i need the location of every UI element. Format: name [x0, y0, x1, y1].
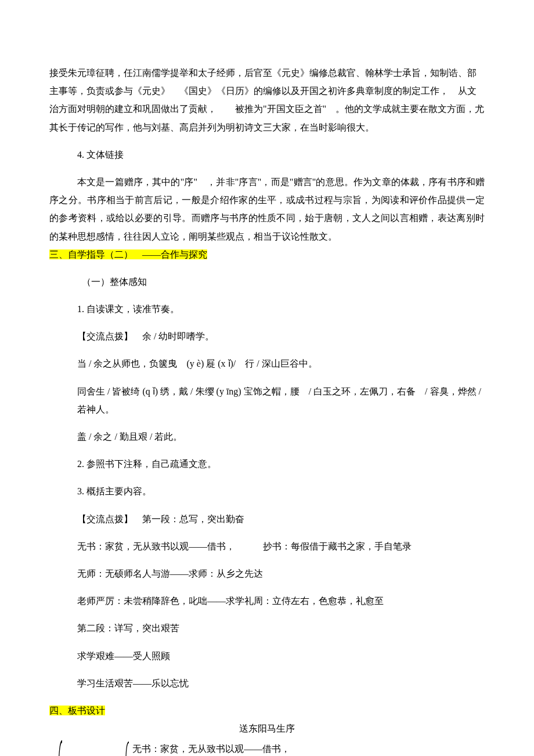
intro-paragraph: 接受朱元璋征聘，任江南儒学提举和太子经师，后官至《元史》编修总裁官、翰林学士承旨…	[49, 64, 485, 136]
group1-label: 总写：勤奋	[63, 740, 122, 756]
section-3-heading: 三、自学指导（二） ——合作与探究	[49, 245, 485, 263]
sec3-p3: 当 / 余之从师也，负箧曳 (y è) 屣 (x ǐ)/ 行 / 深山巨谷中。	[49, 355, 485, 372]
sec3-p14: 学习生活艰苦——乐以忘忧	[49, 674, 485, 692]
sec3-p4: 同舍生 / 皆被绮 (q ǐ) 绣，戴 / 朱缨 (y īng) 宝饰之帽，腰 …	[49, 382, 485, 418]
section-3-highlight: 三、自学指导（二） ——合作与探究	[49, 249, 207, 259]
board-line: 无书：家贫，无从致书以观——借书，	[132, 740, 485, 756]
brace-icon	[122, 740, 130, 756]
brace-icon	[54, 737, 63, 756]
section-4-heading: 四、板书设计	[49, 701, 485, 719]
sec3-p9: 无书：家贫，无从致书以观——借书， 抄书：每假借于藏书之家，手自笔录	[49, 537, 485, 555]
board-title: 送东阳马生序	[49, 719, 485, 737]
item-4-paragraph: 本文是一篇赠序，其中的"序" ，并非"序言"，而是"赠言"的意思。作为文章的体裁…	[49, 173, 485, 245]
board-group-1: 总写：勤奋 无书：家贫，无从致书以观——借书， 抄书：每假借于藏书之家，手自笔录…	[63, 740, 485, 756]
sec3-p1: 1. 自读课文，读准节奏。	[49, 300, 485, 318]
sec3-p2: 【交流点拨】 余 / 幼时即嗜学。	[49, 327, 485, 345]
sec3-p5: 盖 / 余之 / 勤且艰 / 若此。	[49, 428, 485, 446]
sec3-p7: 3. 概括主要内容。	[49, 482, 485, 500]
sec3-p6: 2. 参照书下注释，自己疏通文意。	[49, 455, 485, 473]
section-4-highlight: 四、板书设计	[49, 706, 105, 715]
sec3-p13: 求学艰难——受人照顾	[49, 647, 485, 665]
sec3-p8: 【交流点拨】 第一段：总写，突出勤奋	[49, 510, 485, 528]
board-outer-group: 总写：勤奋 无书：家贫，无从致书以观——借书， 抄书：每假借于藏书之家，手自笔录…	[54, 737, 485, 756]
sec3-p11: 老师严厉：未尝稍降辞色，叱咄——求学礼周：立侍左右，色愈恭，礼愈至	[49, 592, 485, 610]
sec3-p12: 第二段：详写，突出艰苦	[49, 619, 485, 637]
sec3-p10: 无师：无硕师名人与游——求师：从乡之先达	[49, 565, 485, 583]
item-4-label: 4. 文体链接	[49, 146, 485, 164]
sec3-sub1: （一）整体感知	[49, 273, 485, 291]
